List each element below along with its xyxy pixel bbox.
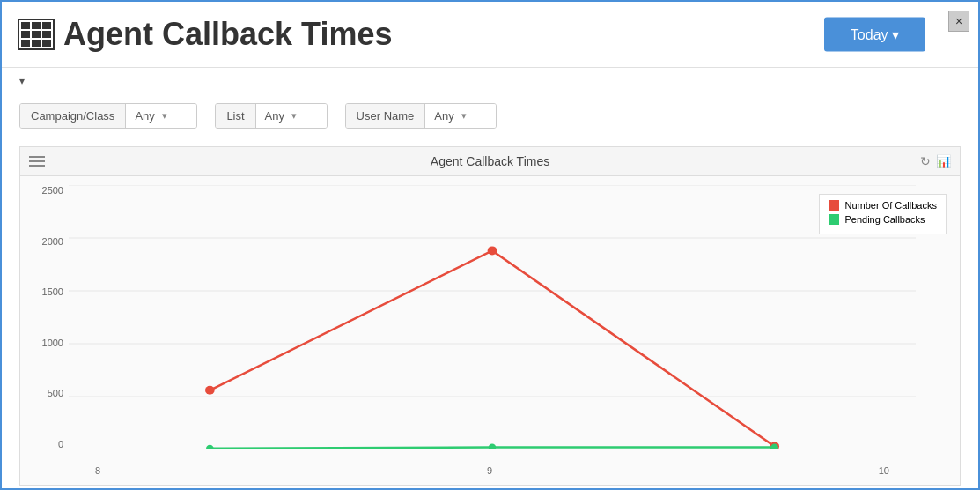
campaign-select[interactable]: Any ▾ — [126, 104, 196, 128]
y-label-500: 500 — [48, 388, 63, 398]
x-axis: 8 9 10 — [69, 465, 916, 476]
list-select[interactable]: Any ▾ — [256, 104, 327, 128]
legend-callbacks-label: Number Of Callbacks — [844, 200, 937, 211]
legend-pending: Pending Callbacks — [829, 214, 937, 225]
pending-point-9 — [489, 444, 497, 449]
y-label-1000: 1000 — [42, 338, 63, 348]
chart-title-bar: Agent Callback Times ↻ 📊 — [20, 147, 960, 176]
chart-legend: Number Of Callbacks Pending Callbacks — [819, 194, 947, 234]
username-filter-group: User Name Any ▾ — [345, 103, 497, 129]
dropdown-row: ▾ — [2, 68, 978, 94]
list-label: List — [216, 104, 255, 128]
small-dropdown-arrow[interactable]: ▾ — [19, 75, 25, 87]
campaign-filter-group: Campaign/Class Any ▾ — [19, 103, 197, 129]
y-axis: 2500 2000 1500 1000 500 0 — [20, 185, 69, 449]
legend-pending-color — [829, 214, 839, 225]
chart-area: 2500 2000 1500 1000 500 0 8 9 10 — [20, 176, 960, 485]
chart-toolbar: ↻ 📊 — [920, 154, 951, 168]
campaign-arrow: ▾ — [162, 110, 167, 122]
callbacks-line — [210, 250, 774, 446]
chart-title: Agent Callback Times — [431, 154, 549, 168]
legend-callbacks-color — [829, 200, 839, 211]
list-arrow: ▾ — [291, 110, 297, 122]
pending-point-8 — [206, 445, 214, 449]
y-label-1500: 1500 — [42, 286, 63, 297]
filters-bar: Campaign/Class Any ▾ List Any ▾ User Nam… — [2, 94, 978, 137]
legend-callbacks: Number Of Callbacks — [829, 200, 937, 211]
chart-container: Agent Callback Times ↻ 📊 2500 2000 1500 … — [19, 146, 961, 486]
x-label-8: 8 — [95, 465, 100, 476]
username-select[interactable]: Any ▾ — [425, 104, 496, 128]
chart-svg — [69, 185, 916, 449]
close-button[interactable]: × — [948, 11, 969, 32]
x-label-10: 10 — [879, 465, 889, 476]
campaign-label: Campaign/Class — [20, 104, 126, 128]
today-button[interactable]: Today ▾ — [824, 18, 925, 52]
legend-pending-label: Pending Callbacks — [844, 214, 925, 225]
grid-icon — [19, 18, 53, 51]
username-arrow: ▾ — [461, 110, 467, 122]
x-label-9: 9 — [487, 465, 492, 476]
header: Agent Callback Times Today ▾ × — [2, 2, 978, 68]
bar-chart-icon[interactable]: 📊 — [936, 154, 951, 168]
page-title: Agent Callback Times — [63, 16, 392, 53]
main-window: Agent Callback Times Today ▾ × ▾ Campaig… — [0, 0, 980, 490]
chart-menu-icon[interactable] — [29, 156, 45, 167]
y-label-2500: 2500 — [42, 185, 63, 196]
y-label-2000: 2000 — [42, 236, 63, 247]
callback-point-8 — [205, 386, 215, 395]
y-label-0: 0 — [58, 439, 63, 449]
callback-point-9 — [488, 246, 497, 255]
username-label: User Name — [346, 104, 426, 128]
list-filter-group: List Any ▾ — [215, 103, 327, 129]
refresh-icon[interactable]: ↻ — [920, 154, 931, 168]
